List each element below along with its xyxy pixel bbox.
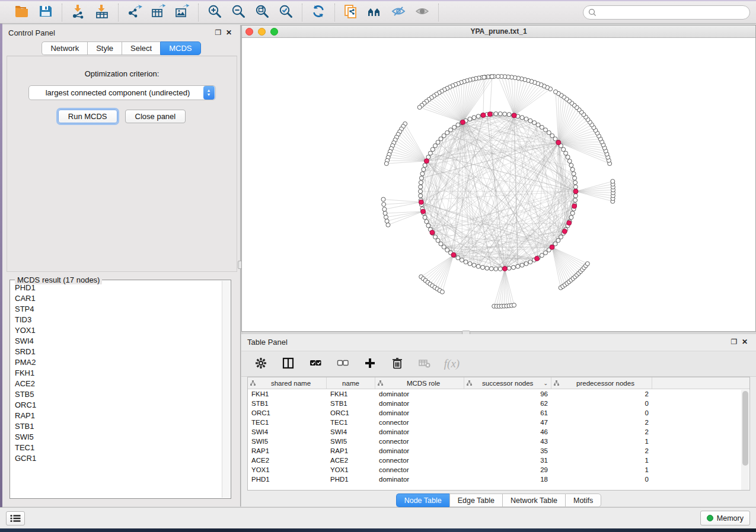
ring-node[interactable]: [449, 128, 453, 132]
mcds-hub-node[interactable]: [512, 113, 516, 118]
ring-node[interactable]: [436, 140, 440, 145]
ring-node[interactable]: [520, 263, 524, 267]
satellite-node[interactable]: [417, 105, 422, 110]
ring-node[interactable]: [445, 131, 449, 135]
satellite-node[interactable]: [496, 75, 500, 79]
ring-node[interactable]: [425, 220, 429, 224]
satellite-node[interactable]: [385, 219, 389, 223]
mcds-hub-node[interactable]: [430, 230, 435, 235]
ring-node[interactable]: [494, 267, 498, 271]
ring-node[interactable]: [428, 151, 432, 155]
mcds-result-list[interactable]: PHD1CAR1STP4TID3YOX1SWI4SRD1PMA2FKH1ACE2…: [11, 282, 222, 498]
ring-node[interactable]: [562, 148, 566, 152]
ring-node[interactable]: [570, 211, 575, 215]
close-table-panel-icon[interactable]: ✕: [739, 336, 750, 347]
float-panel-icon[interactable]: ❐: [213, 27, 224, 38]
window-close-icon[interactable]: [245, 28, 253, 36]
window-minimize-icon[interactable]: [258, 28, 266, 36]
column-header-MCDS-role[interactable]: MCDS role: [375, 377, 464, 389]
mcds-hub-node[interactable]: [550, 245, 554, 249]
table-row[interactable]: SWI5SWI5connector431: [248, 437, 749, 446]
mcds-result-item[interactable]: SRD1: [11, 346, 222, 357]
satellite-node[interactable]: [585, 262, 589, 266]
satellite-node[interactable]: [384, 162, 388, 166]
ring-node[interactable]: [573, 181, 578, 185]
ring-node[interactable]: [528, 260, 532, 264]
mcds-result-item[interactable]: ACE2: [11, 378, 222, 389]
select-all-button[interactable]: [308, 356, 323, 371]
run-mcds-button[interactable]: Run MCDS: [58, 110, 117, 123]
satellite-node[interactable]: [554, 90, 558, 94]
ring-node[interactable]: [540, 254, 544, 258]
mcds-hub-node[interactable]: [502, 267, 507, 271]
mcds-result-item[interactable]: CAR1: [11, 293, 222, 303]
save-session-button[interactable]: [36, 4, 56, 21]
criterion-select[interactable]: largest connected component (undirected)…: [28, 85, 216, 100]
tab-network-table[interactable]: Network Table: [502, 493, 565, 507]
ring-node[interactable]: [573, 185, 578, 189]
export-table-button[interactable]: [148, 4, 168, 21]
ring-node[interactable]: [419, 176, 423, 180]
table-settings-button[interactable]: [253, 356, 269, 371]
satellite-node[interactable]: [611, 180, 615, 184]
mcds-list-scrollbar[interactable]: [222, 281, 230, 498]
table-row[interactable]: PHD1PHD1dominator180: [248, 475, 749, 484]
ring-node[interactable]: [422, 168, 426, 172]
ring-node[interactable]: [456, 256, 460, 260]
import-network-button[interactable]: [68, 4, 88, 21]
ring-node[interactable]: [426, 223, 430, 227]
import-table-button[interactable]: [92, 4, 112, 21]
ring-node[interactable]: [439, 242, 443, 246]
zoom-out-button[interactable]: [228, 4, 248, 21]
ring-node[interactable]: [464, 260, 468, 264]
ring-node[interactable]: [532, 121, 537, 125]
mcds-result-item[interactable]: STB1: [11, 421, 222, 431]
ring-node[interactable]: [452, 125, 457, 129]
ring-node[interactable]: [489, 267, 493, 271]
ring-node[interactable]: [476, 264, 480, 268]
ring-node[interactable]: [569, 216, 573, 220]
open-file-button[interactable]: [12, 4, 32, 21]
ring-node[interactable]: [430, 148, 435, 152]
mcds-hub-node[interactable]: [419, 200, 423, 204]
ring-node[interactable]: [433, 235, 438, 239]
tab-node-table[interactable]: Node Table: [396, 493, 449, 507]
mcds-result-item[interactable]: GCR1: [11, 453, 222, 463]
ring-node[interactable]: [419, 190, 423, 194]
mcds-result-item[interactable]: STP4: [11, 303, 222, 314]
zoom-in-button[interactable]: [205, 4, 225, 21]
ring-node[interactable]: [507, 113, 511, 117]
satellite-node[interactable]: [490, 75, 494, 79]
table-row[interactable]: STB1STB1dominator620: [248, 399, 749, 408]
zoom-selected-button[interactable]: [276, 4, 296, 21]
table-row[interactable]: YOX1YOX1connector291: [248, 465, 749, 475]
ring-node[interactable]: [419, 185, 423, 189]
mcds-hub-node[interactable]: [451, 252, 456, 257]
column-header-successor-nodes[interactable]: successor nodes⌄: [464, 377, 551, 389]
ring-node[interactable]: [456, 123, 460, 127]
export-image-button[interactable]: [172, 4, 192, 21]
show-all-button[interactable]: [412, 4, 432, 21]
satellite-node[interactable]: [440, 290, 444, 294]
satellite-node[interactable]: [381, 197, 385, 201]
mcds-result-item[interactable]: SWI5: [11, 431, 222, 442]
mcds-hub-node[interactable]: [562, 229, 567, 234]
show-columns-button[interactable]: [280, 356, 296, 371]
column-header-shared-name[interactable]: shared name: [248, 377, 327, 389]
ring-node[interactable]: [498, 112, 502, 116]
ring-node[interactable]: [559, 235, 563, 239]
hide-selected-button[interactable]: [388, 4, 409, 21]
tab-edge-table[interactable]: Edge Table: [449, 493, 502, 507]
ring-node[interactable]: [564, 151, 568, 155]
mcds-result-item[interactable]: YOX1: [11, 325, 222, 335]
add-row-button[interactable]: [362, 356, 378, 371]
satellite-node[interactable]: [384, 215, 388, 219]
mcds-result-item[interactable]: FKH1: [11, 367, 222, 378]
ring-node[interactable]: [433, 144, 438, 148]
mcds-hub-node[interactable]: [535, 256, 540, 261]
ring-node[interactable]: [520, 116, 524, 120]
mcds-result-item[interactable]: PHD1: [11, 282, 222, 293]
ring-node[interactable]: [516, 264, 520, 268]
new-network-from-selection-button[interactable]: [341, 4, 361, 21]
float-table-panel-icon[interactable]: ❐: [729, 336, 739, 347]
